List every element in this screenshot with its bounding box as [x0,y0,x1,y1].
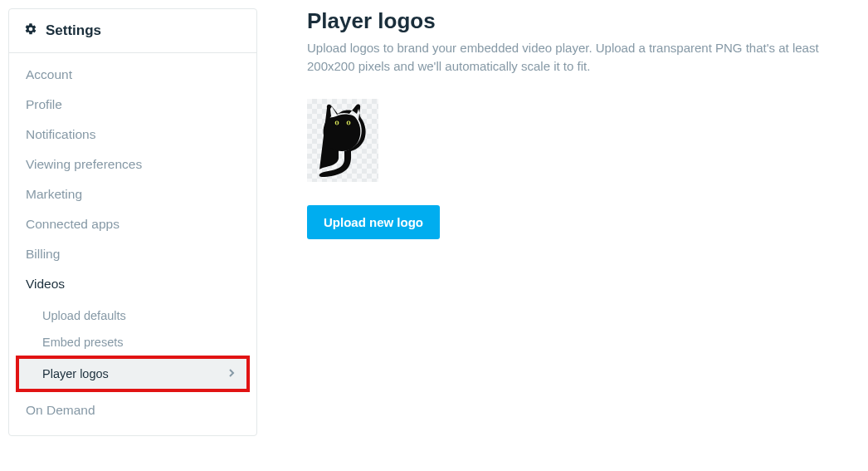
sidebar-item-billing[interactable]: Billing [9,239,256,269]
sidebar-item-videos[interactable]: Videos [9,269,256,299]
sidebar-subitem-embed-presets[interactable]: Embed presets [9,329,256,356]
sidebar-item-notifications[interactable]: Notifications [9,120,256,150]
page-title: Player logos [307,8,860,34]
page-description: Upload logos to brand your embedded vide… [307,39,860,76]
settings-sidebar: Settings Account Profile Notifications V… [8,8,257,436]
cat-logo-image [312,103,373,178]
chevron-right-icon [228,367,235,380]
sidebar-header: Settings [9,9,256,53]
sidebar-videos-submenu: Upload defaults Embed presets Player log… [9,299,256,395]
sidebar-item-connected-apps[interactable]: Connected apps [9,209,256,239]
upload-new-logo-button[interactable]: Upload new logo [307,205,440,239]
gear-icon [24,22,37,39]
sidebar-title: Settings [46,22,101,39]
sidebar-item-marketing[interactable]: Marketing [9,179,256,209]
main-content: Player logos Upload logos to brand your … [307,8,860,436]
svg-point-3 [348,121,349,125]
sidebar-item-on-demand[interactable]: On Demand [9,395,256,425]
sidebar-subitem-label: Player logos [42,367,109,380]
sidebar-item-profile[interactable]: Profile [9,90,256,120]
svg-point-2 [336,121,338,125]
logo-thumbnail[interactable] [307,99,378,182]
sidebar-subitem-player-logos[interactable]: Player logos [19,359,246,389]
sidebar-subitem-label: Embed presets [42,336,124,349]
sidebar-item-viewing-preferences[interactable]: Viewing preferences [9,150,256,179]
highlight-annotation: Player logos [16,356,250,392]
sidebar-nav: Account Profile Notifications Viewing pr… [9,53,256,435]
sidebar-subitem-upload-defaults[interactable]: Upload defaults [9,302,256,329]
sidebar-item-account[interactable]: Account [9,60,256,90]
sidebar-subitem-label: Upload defaults [42,309,126,322]
